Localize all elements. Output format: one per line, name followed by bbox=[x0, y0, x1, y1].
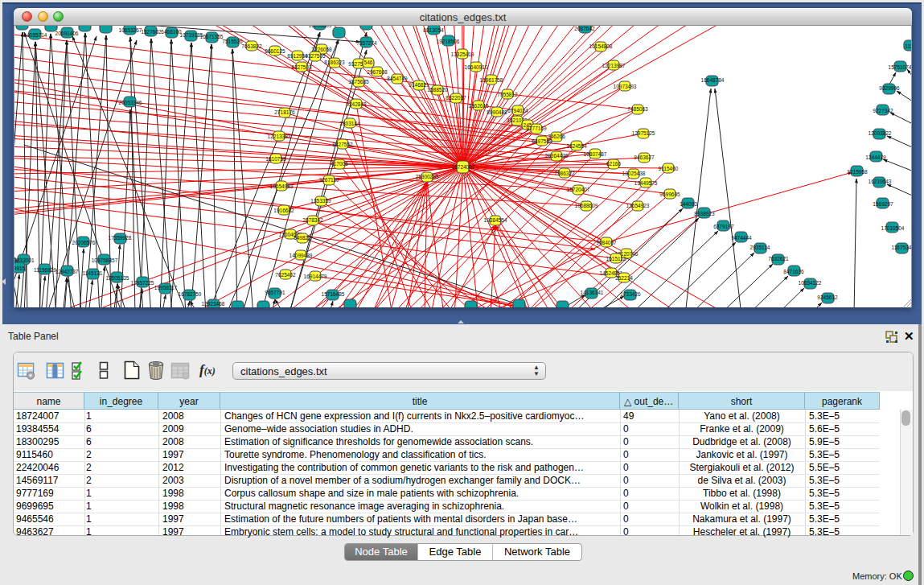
svg-text:10688609: 10688609 bbox=[575, 203, 598, 208]
svg-text:16961758: 16961758 bbox=[480, 77, 503, 83]
svg-text:1353359: 1353359 bbox=[310, 198, 331, 204]
svg-text:6497568: 6497568 bbox=[532, 138, 552, 144]
svg-text:7986322: 7986322 bbox=[554, 171, 575, 176]
svg-text:109758857: 109758857 bbox=[92, 257, 118, 263]
svg-text:12505135: 12505135 bbox=[106, 275, 129, 281]
svg-text:14136141: 14136141 bbox=[581, 290, 604, 295]
svg-text:17010504: 17010504 bbox=[881, 225, 905, 231]
svg-text:144093: 144093 bbox=[680, 201, 697, 207]
svg-text:62160: 62160 bbox=[606, 161, 621, 167]
svg-text:12942737: 12942737 bbox=[55, 269, 79, 274]
svg-text:3875685: 3875685 bbox=[348, 79, 369, 84]
svg-text:16640910: 16640910 bbox=[465, 64, 488, 70]
svg-text:10653267: 10653267 bbox=[119, 27, 142, 33]
svg-text:9463627: 9463627 bbox=[634, 154, 655, 160]
svg-text:8660125: 8660125 bbox=[265, 48, 285, 54]
svg-text:2718176: 2718176 bbox=[274, 109, 295, 115]
svg-text:16671355: 16671355 bbox=[200, 34, 224, 39]
svg-text:7625402: 7625402 bbox=[275, 272, 296, 278]
svg-text:2935114: 2935114 bbox=[750, 245, 770, 250]
svg-text:9146821: 9146821 bbox=[409, 82, 429, 88]
svg-text:12923468: 12923468 bbox=[202, 301, 225, 307]
svg-text:6466160: 6466160 bbox=[161, 29, 182, 35]
svg-text:3215958: 3215958 bbox=[847, 169, 868, 175]
svg-text:2803144: 2803144 bbox=[339, 121, 360, 126]
svg-text:19218506: 19218506 bbox=[437, 39, 460, 44]
svg-text:20364436: 20364436 bbox=[545, 153, 569, 159]
svg-text:1145131: 1145131 bbox=[83, 270, 103, 276]
svg-text:10025438: 10025438 bbox=[622, 171, 646, 176]
svg-text:13449575: 13449575 bbox=[634, 180, 658, 186]
svg-text:8990448: 8990448 bbox=[487, 109, 507, 115]
svg-text:1527602: 1527602 bbox=[141, 29, 162, 35]
svg-text:19384554: 19384554 bbox=[484, 217, 507, 223]
svg-text:3878342: 3878342 bbox=[302, 217, 323, 223]
svg-text:8186323: 8186323 bbox=[324, 60, 345, 65]
svg-text:25300285: 25300285 bbox=[416, 174, 439, 179]
svg-text:16210643: 16210643 bbox=[869, 179, 892, 184]
svg-text:15720407: 15720407 bbox=[567, 187, 590, 192]
svg-text:1588520: 1588520 bbox=[427, 87, 448, 93]
svg-text:10973493: 10973493 bbox=[614, 84, 637, 89]
svg-text:6794024: 6794024 bbox=[507, 108, 528, 113]
svg-text:10807487: 10807487 bbox=[584, 151, 607, 157]
svg-text:17957225: 17957225 bbox=[131, 280, 154, 286]
svg-text:8454749: 8454749 bbox=[387, 76, 408, 81]
svg-text:2087642: 2087642 bbox=[574, 26, 595, 31]
svg-text:3624554: 3624554 bbox=[566, 143, 587, 149]
svg-text:18724007: 18724007 bbox=[452, 164, 475, 170]
svg-text:16782759: 16782759 bbox=[179, 291, 202, 297]
svg-text:2967608: 2967608 bbox=[367, 69, 388, 75]
svg-text:8938923: 8938923 bbox=[694, 211, 715, 216]
svg-text:9474444: 9474444 bbox=[731, 235, 752, 241]
svg-text:549822: 549822 bbox=[294, 235, 311, 241]
svg-text:7515526: 7515526 bbox=[222, 39, 243, 44]
svg-text:13325419: 13325419 bbox=[451, 51, 474, 57]
svg-text:10654983: 10654983 bbox=[270, 183, 294, 189]
svg-text:3267110: 3267110 bbox=[319, 177, 339, 183]
svg-text:1112: 1112 bbox=[905, 43, 911, 49]
svg-text:9329996: 9329996 bbox=[879, 85, 900, 91]
svg-text:10654122: 10654122 bbox=[799, 280, 822, 286]
svg-text:11156829: 11156829 bbox=[34, 267, 56, 273]
svg-text:12213987: 12213987 bbox=[602, 63, 626, 68]
svg-text:9699695: 9699695 bbox=[659, 192, 680, 197]
svg-text:9327505: 9327505 bbox=[305, 53, 326, 59]
svg-text:8813054: 8813054 bbox=[423, 27, 444, 33]
svg-text:9242848: 9242848 bbox=[346, 101, 367, 107]
svg-text:17359928: 17359928 bbox=[109, 235, 132, 241]
svg-text:13654923: 13654923 bbox=[626, 203, 650, 208]
svg-text:20206576: 20206576 bbox=[72, 240, 96, 245]
svg-text:16914479: 16914479 bbox=[304, 274, 327, 279]
svg-text:417006: 417006 bbox=[331, 161, 348, 167]
svg-text:9245612: 9245612 bbox=[817, 295, 838, 300]
svg-text:8322037: 8322037 bbox=[446, 95, 466, 101]
svg-text:19958117: 19958117 bbox=[154, 285, 178, 290]
svg-text:16648784: 16648784 bbox=[701, 77, 725, 83]
svg-text:7955812: 7955812 bbox=[497, 92, 518, 97]
svg-text:12093822: 12093822 bbox=[869, 130, 892, 136]
svg-text:9115460: 9115460 bbox=[659, 166, 679, 171]
svg-text:252214: 252214 bbox=[615, 275, 633, 281]
svg-text:6379197: 6379197 bbox=[713, 224, 734, 229]
svg-text:1916682: 1916682 bbox=[273, 208, 294, 213]
svg-text:8427552: 8427552 bbox=[332, 142, 353, 147]
svg-text:1733426: 1733426 bbox=[620, 291, 641, 297]
svg-text:20053346: 20053346 bbox=[119, 100, 142, 105]
svg-text:1615112: 1615112 bbox=[606, 256, 626, 262]
svg-text:546: 546 bbox=[364, 60, 373, 65]
svg-text:8471626: 8471626 bbox=[783, 269, 804, 274]
svg-text:15716485: 15716485 bbox=[322, 291, 345, 297]
svg-text:1167534: 1167534 bbox=[892, 245, 911, 250]
svg-text:20691406: 20691406 bbox=[55, 31, 79, 36]
svg-text:14099489: 14099489 bbox=[290, 253, 313, 258]
svg-text:14055714: 14055714 bbox=[24, 32, 47, 38]
svg-text:1569297: 1569297 bbox=[873, 201, 893, 207]
svg-text:12975125: 12975125 bbox=[632, 130, 655, 136]
svg-text:9227342: 9227342 bbox=[873, 108, 893, 113]
svg-text:9777169: 9777169 bbox=[526, 126, 547, 131]
svg-text:9915: 9915 bbox=[14, 266, 26, 271]
svg-text:7663822: 7663822 bbox=[241, 43, 262, 49]
svg-text:7632621: 7632621 bbox=[768, 256, 789, 262]
svg-text:1362615: 1362615 bbox=[468, 103, 489, 109]
